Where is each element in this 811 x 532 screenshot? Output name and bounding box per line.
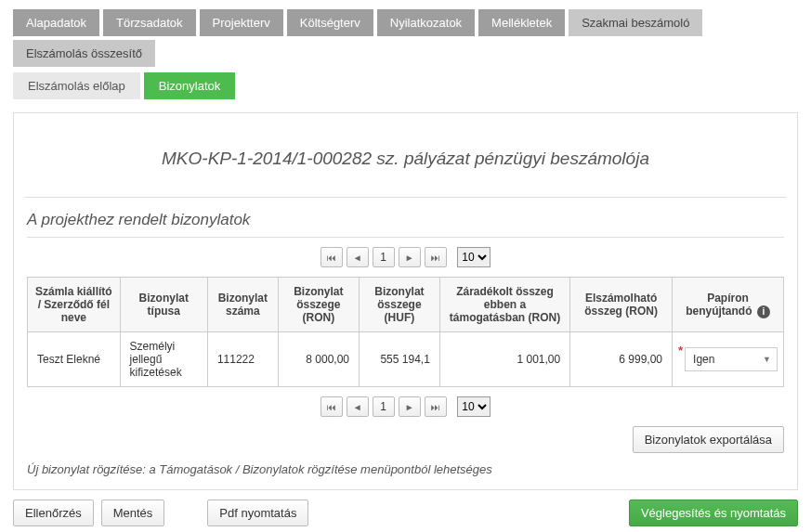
col-type: Bizonylat típusa	[120, 278, 207, 332]
cell-paper: * Igen ▼	[673, 332, 784, 387]
tab-torzsadatok[interactable]: Törzsadatok	[103, 9, 196, 36]
export-button[interactable]: Bizonylatok exportálása	[633, 426, 784, 453]
pager-last-icon[interactable]: ⏭	[425, 396, 447, 417]
pager-page[interactable]: 1	[373, 396, 395, 417]
cell-number: 111222	[207, 332, 278, 387]
pager-prev-icon[interactable]: ◄	[347, 396, 369, 417]
paper-dropdown-value: Igen	[693, 353, 714, 366]
footer-bar: Ellenőrzés Mentés Pdf nyomtatás Végleges…	[13, 500, 798, 526]
cell-amount-ron: 8 000,00	[278, 332, 359, 387]
col-number: Bizonylat száma	[207, 278, 278, 332]
tab-mellekletek[interactable]: Mellékletek	[478, 9, 565, 36]
chevron-down-icon: ▼	[763, 355, 771, 364]
col-paper: Papíron benyújtandó i	[673, 278, 784, 332]
tab-szakmai-beszamolo[interactable]: Szakmai beszámoló	[569, 9, 702, 36]
pager-next-icon[interactable]: ►	[399, 247, 421, 267]
pager-size-select[interactable]: 10	[457, 247, 491, 267]
cell-issuer: Teszt Elekné	[28, 332, 121, 387]
secondary-tabs: Elszámolás előlap Bizonylatok	[13, 72, 798, 99]
info-icon[interactable]: i	[757, 305, 770, 318]
table-header-row: Számla kiállító / Szerződő fél neve Bizo…	[28, 278, 784, 332]
save-button[interactable]: Mentés	[101, 500, 165, 526]
pager-page[interactable]: 1	[373, 247, 395, 267]
col-paper-label: Papíron benyújtandó	[686, 292, 752, 318]
table-row: Teszt Elekné Személyi jellegű kifizetése…	[28, 332, 784, 387]
tab-elszamolas-elolap[interactable]: Elszámolás előlap	[13, 72, 140, 99]
tab-projektterv[interactable]: Projektterv	[200, 9, 283, 36]
page-title: MKO-KP-1-2014/1-000282 sz. pályázat pénz…	[25, 126, 786, 198]
pager-first-icon[interactable]: ⏮	[320, 396, 343, 417]
cell-eligible-ron: 6 999,00	[570, 332, 673, 387]
pager-last-icon[interactable]: ⏭	[425, 247, 447, 267]
cell-amount-huf: 555 194,1	[360, 332, 440, 387]
col-issuer: Számla kiállító / Szerződő fél neve	[28, 278, 121, 332]
cell-type: Személyi jellegű kifizetések	[120, 332, 207, 387]
pdf-button[interactable]: Pdf nyomtatás	[207, 500, 308, 526]
check-button[interactable]: Ellenőrzés	[13, 500, 94, 526]
tab-nyilatkozatok[interactable]: Nyilatkozatok	[377, 9, 475, 36]
pager-size-select[interactable]: 10	[457, 396, 491, 417]
tab-bizonylatok[interactable]: Bizonylatok	[144, 72, 235, 99]
pager-next-icon[interactable]: ►	[399, 396, 421, 417]
tab-alapadatok[interactable]: Alapadatok	[13, 9, 99, 36]
section-title: A projekthez rendelt bizonylatok	[27, 211, 784, 238]
tab-koltsegterv[interactable]: Költségterv	[287, 9, 373, 36]
footer-note: Új bizonylat rögzítése: a Támogatások / …	[27, 462, 784, 476]
main-panel: MKO-KP-1-2014/1-000282 sz. pályázat pénz…	[13, 112, 798, 490]
col-endorsed-ron: Záradékolt összeg ebben a támogatásban (…	[439, 278, 569, 332]
cell-endorsed-ron: 1 001,00	[439, 332, 569, 387]
pager-first-icon[interactable]: ⏮	[320, 247, 343, 267]
primary-tabs: Alapadatok Törzsadatok Projektterv Költs…	[13, 9, 798, 67]
col-amount-huf: Bizonylat összege (HUF)	[360, 278, 440, 332]
col-eligible-ron: Elszámolható összeg (RON)	[570, 278, 673, 332]
vouchers-table: Számla kiállító / Szerződő fél neve Bizo…	[27, 277, 784, 387]
paper-dropdown[interactable]: Igen ▼	[685, 347, 778, 371]
pager-prev-icon[interactable]: ◄	[347, 247, 369, 267]
required-marker: *	[678, 347, 683, 355]
paginator-bottom: ⏮ ◄ 1 ► ⏭ 10	[27, 396, 784, 417]
paginator-top: ⏮ ◄ 1 ► ⏭ 10	[27, 247, 784, 267]
finalize-button[interactable]: Véglegesítés és nyomtatás	[629, 500, 798, 526]
tab-elszamolas-osszesito[interactable]: Elszámolás összesítő	[13, 40, 155, 67]
col-amount-ron: Bizonylat összege (RON)	[278, 278, 359, 332]
